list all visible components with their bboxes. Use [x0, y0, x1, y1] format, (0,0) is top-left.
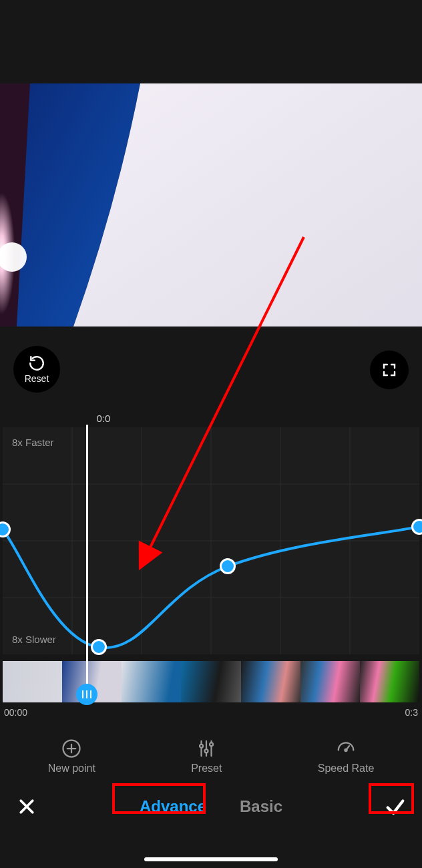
- preset-button[interactable]: Preset: [191, 738, 222, 775]
- tab-basic[interactable]: Basic: [240, 797, 282, 816]
- fullscreen-icon: [381, 362, 397, 378]
- timeline-end-time: 0:3: [405, 707, 418, 718]
- curve-point[interactable]: [91, 639, 107, 655]
- timeline-frame: [360, 661, 419, 702]
- check-icon: [384, 795, 407, 818]
- home-indicator: [144, 857, 278, 861]
- sliders-icon: [196, 738, 216, 758]
- timeline-frame: [241, 661, 300, 702]
- speed-curve-editor[interactable]: 8x Faster 8x Slower: [3, 427, 419, 654]
- curve-slow-label: 8x Slower: [12, 634, 56, 645]
- curve-fast-label: 8x Faster: [12, 437, 54, 448]
- plus-circle-icon: [61, 738, 81, 758]
- timeline-frame: [181, 661, 240, 702]
- gauge-icon: [336, 738, 356, 758]
- svg-point-16: [200, 744, 203, 748]
- fullscreen-button[interactable]: [370, 351, 409, 389]
- curve-point[interactable]: [220, 558, 236, 574]
- playhead-handle[interactable]: [76, 684, 97, 705]
- confirm-button[interactable]: [369, 795, 422, 818]
- timeline-frame: [122, 661, 181, 702]
- curve-grid: [3, 427, 419, 654]
- timeline-start-time: 00:00: [4, 707, 27, 718]
- new-point-label: New point: [48, 763, 95, 775]
- reset-label: Reset: [25, 373, 49, 384]
- video-preview[interactable]: [0, 83, 422, 327]
- svg-point-22: [345, 749, 347, 751]
- reset-button[interactable]: Reset: [13, 346, 60, 393]
- timeline-frame: [300, 661, 360, 702]
- playhead-time-label: 0:0: [0, 413, 207, 424]
- timeline-strip[interactable]: [3, 661, 419, 702]
- timeline-frame: [3, 661, 62, 702]
- reset-icon: [28, 355, 45, 372]
- new-point-button[interactable]: New point: [48, 738, 95, 775]
- speed-toolbar: New point Preset Speed Rate: [0, 733, 422, 780]
- close-button[interactable]: [0, 797, 53, 817]
- speed-rate-button[interactable]: Speed Rate: [318, 738, 375, 775]
- mode-tab-bar: Advance Basic: [0, 785, 422, 829]
- tab-advance[interactable]: Advance: [140, 797, 206, 816]
- playhead-line[interactable]: [86, 425, 88, 685]
- preset-label: Preset: [191, 763, 222, 775]
- speed-rate-label: Speed Rate: [318, 763, 375, 775]
- close-icon: [17, 797, 37, 817]
- speed-editor-screen: Reset 0:0 8x Faster 8x Slower: [0, 0, 422, 868]
- svg-point-20: [210, 742, 213, 746]
- svg-point-18: [205, 749, 208, 752]
